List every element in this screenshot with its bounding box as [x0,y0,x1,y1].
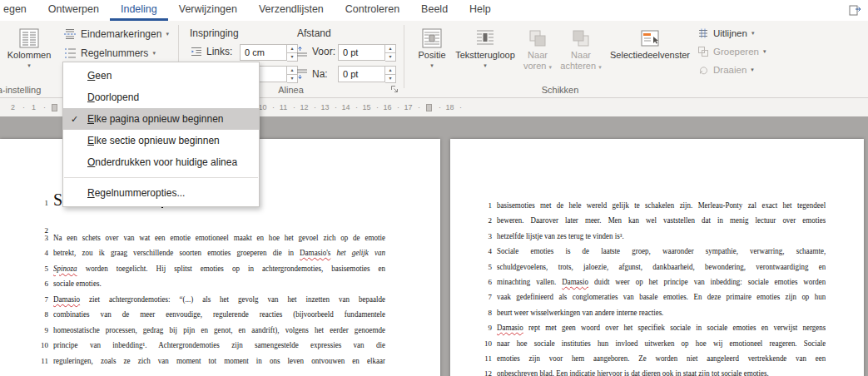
document-line[interactable]: 11emoties zijn voor hem aangeboren. Ze w… [460,354,864,369]
share-icon[interactable] [848,2,863,17]
document-line[interactable]: 9homeostatische processen, gedrag bij pi… [25,325,440,341]
tab-indeling[interactable]: Indeling [110,0,168,21]
inspringing-title: Inspringing [190,27,239,39]
page-break-icon [63,27,77,41]
line-number: 7 [25,295,53,304]
line-number: 6 [25,280,53,288]
document-line[interactable]: 4Sociale emoties is de laatste groep, wa… [460,246,864,261]
document-line[interactable]: 11reguleringen, zoals ze zich van moment… [25,356,440,372]
tab-help[interactable]: Help [459,0,502,21]
spin-up-icon[interactable]: ▴ [385,44,396,52]
document-line[interactable]: 7vaak gedefinieerd als conglomeraties va… [460,292,864,307]
menu-item-onderdrukken-voor-huidige-alinea[interactable]: Onderdrukken voor huidige alinea [63,151,259,173]
spinner-buttons[interactable]: ▴▾ [385,44,396,61]
tab-verwijzingen[interactable]: Verwijzingen [168,0,248,21]
line-number: 8 [460,309,497,317]
document-line[interactable]: 8combinaties van de meer eenvoudige, reg… [25,309,440,325]
line-text: Na een schets over van wat een emotie em… [53,233,385,249]
regelnummers-button[interactable]: Regelnummers ▾ [60,44,178,62]
links-spinbox[interactable]: 0 cm ▴▾ [240,44,298,61]
document-line[interactable]: 5Spinoza worden toegelicht. Hij splitst … [25,264,440,280]
ruler-number: 2 [2,103,23,111]
document-page-right[interactable]: 1basisemoties met de hele wereld gelijk … [450,139,864,376]
line-number: 4 [25,249,53,257]
misspelled-word: Damasio [562,277,588,286]
ruler-number: 13 [315,103,335,111]
columns-icon [18,26,40,50]
groeperen-button: Groeperen ▾ [697,46,766,57]
chevron-down-icon: ▾ [484,62,487,69]
positie-button[interactable]: Positie ▾ [411,23,453,87]
eindemarkeringen-label: Eindemarkeringen [81,28,161,40]
document-line[interactable]: 7Damasio ziet achtergrondemoties: “(...)… [25,294,440,310]
selectiedeelvenster-button[interactable]: Selectiedeelvenster [604,23,696,87]
text-segment: Na een schets over van wat een emotie em… [53,233,385,242]
tab-ontwerpen[interactable]: Ontwerpen [37,0,110,21]
tab-verzendlijsten[interactable]: Verzendlijsten [248,0,335,21]
line-text: beurt weer wisselwerkingen van andere in… [497,308,826,324]
naar-achteren-label-line1: Naar [571,50,591,61]
document-line[interactable]: 2beweren. Daarover later meer. Men kan w… [460,215,864,230]
links-value[interactable]: 0 cm [240,44,287,61]
document-line[interactable]: 1basisemoties met de hele wereld gelijk … [460,200,864,215]
spin-up-icon[interactable]: ▴ [385,66,396,74]
menu-separator [64,177,258,178]
text-segment [330,248,336,257]
line-text: Damasio rept met geen woord over het spe… [497,323,826,339]
tab-beeld[interactable]: Beeld [410,0,459,21]
misspelled-word: Damasio's [300,248,330,257]
document-line[interactable]: 10naar hoe sociale instituties hun invlo… [460,339,864,354]
document-line[interactable]: 6minachting vallen. Damasio duidt weer o… [460,277,864,292]
document-line[interactable]: 12onbeschreven blad. Een indicatie hierv… [460,369,864,376]
line-text: emoties zijn voor hem aangeboren. Ze wor… [497,354,826,369]
eindemarkeringen-button[interactable]: Eindemarkeringen ▾ [60,25,178,42]
line-number: 11 [460,354,497,363]
document-line[interactable]: 2 [25,217,440,233]
spin-down-icon[interactable]: ▾ [385,74,396,83]
text-segment: het gelijk van [337,248,385,257]
document-line[interactable]: 8beurt weer wisselwerkingen van andere i… [460,308,864,323]
alinea-dialog-launcher-icon[interactable] [389,84,399,94]
document-line[interactable]: 4betrekt, zou ik graag verschillende soo… [25,248,440,264]
uitlijnen-button[interactable]: Uitlijnen ▾ [697,27,754,39]
text-segment: minachting vallen. [497,277,562,286]
line-number: 4 [460,247,497,255]
spinner-buttons[interactable]: ▴▾ [385,66,396,82]
menu-item-doorlopend[interactable]: Doorlopend [63,87,259,108]
tab-controleren[interactable]: Controleren [335,0,410,21]
line-number: 5 [25,265,53,273]
tab-egen[interactable]: egen [0,0,37,21]
chevron-down-icon: ▾ [27,62,31,69]
line-text: principe van inbedding¹. Achtergrondemot… [53,340,385,356]
document-line[interactable]: 9Damasio rept met geen woord over het sp… [460,323,864,338]
document-line[interactable]: 3hetzelfde lijstje van zes terug te vind… [460,231,864,246]
document-line[interactable]: 6sociale emoties. [25,279,440,294]
line-number: 8 [25,310,53,319]
na-row: Na: [296,68,328,80]
line-text: homeostatische processen, gedrag bij pij… [53,325,385,341]
document-line[interactable]: 10principe van inbedding¹. Achtergrondem… [25,340,440,356]
chevron-down-icon: ▾ [166,31,169,37]
text-segment: sociale emoties. [53,279,102,288]
ruler-margin-marker [419,104,439,111]
text-segment: betrekt, zou ik graag verschillende soor… [53,248,300,257]
menu-item-geen[interactable]: Geen [63,65,259,87]
menu-item-elke-sectie-opnieuw-beginnen[interactable]: Elke sectie opnieuw beginnen [63,130,259,151]
spin-down-icon[interactable]: ▾ [385,52,396,62]
na-value[interactable]: 0 pt [338,66,385,82]
document-line[interactable]: 3Na een schets over van wat een emotie e… [25,233,440,249]
kolommen-button[interactable]: Kolommen ▾ [5,23,53,87]
text-segment: duidt weer op het principe van inbedding… [588,277,826,286]
document-line[interactable]: 5schuldgevoelens, trots, jaloezie, afgun… [460,262,864,277]
line-text: beweren. Daarover later meer. Men kan we… [497,215,826,231]
line-text: basisemoties met de hele wereld gelijk t… [497,200,826,216]
menu-item-label: Regelnummeropties... [87,187,185,199]
voor-value[interactable]: 0 pt [338,44,385,61]
na-spinbox[interactable]: 0 pt ▴▾ [338,66,396,82]
misspelled-word: Damasio [53,294,80,304]
menu-item-elke-pagina-opnieuw-beginnen[interactable]: ✓Elke pagina opnieuw beginnen [63,108,259,130]
tekstterugloop-button[interactable]: Tekstterugloop ▾ [453,23,518,87]
text-segment: emoties zijn voor hem aangeboren. Ze wor… [497,354,826,363]
voor-spinbox[interactable]: 0 pt ▴▾ [338,44,396,61]
menu-item-regelnummeropties[interactable]: Regelnummeropties... [63,182,259,204]
